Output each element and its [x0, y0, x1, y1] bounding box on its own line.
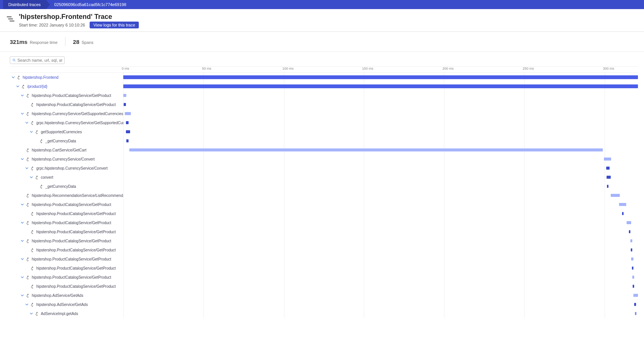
span-bar[interactable] — [634, 303, 636, 306]
span-tree-row[interactable]: hipstershop.ProductCatalogService/GetPro… — [10, 282, 123, 291]
trace-icon — [6, 14, 15, 23]
span-bar[interactable] — [633, 285, 634, 288]
timeline-row[interactable] — [123, 300, 638, 309]
timeline-row[interactable] — [123, 227, 638, 236]
span-bar[interactable] — [123, 94, 126, 97]
span-bar[interactable] — [622, 212, 624, 215]
breadcrumb: Distributed traces 025096096cd5a61cad5fc… — [0, 0, 644, 9]
span-tree-row[interactable]: hipstershop.AdService/GetAds — [10, 291, 123, 300]
timeline-row[interactable] — [123, 173, 638, 182]
span-tree-row[interactable]: hipstershop.CartService/GetCart — [10, 145, 123, 154]
timeline-row[interactable] — [123, 245, 638, 254]
timeline-row[interactable] — [123, 254, 638, 264]
span-bar[interactable] — [611, 194, 620, 197]
timeline-row[interactable] — [123, 136, 638, 145]
span-tree-row[interactable]: hipstershop.ProductCatalogService/GetPro… — [10, 200, 123, 209]
timeline-row[interactable] — [123, 100, 638, 109]
span-tree-row[interactable]: hipstershop.Frontend — [10, 73, 123, 82]
span-name: hipstershop.ProductCatalogService/GetPro… — [32, 94, 111, 98]
timeline-row[interactable] — [123, 236, 638, 245]
span-tree-row[interactable]: hipstershop.RecommendationService/ListRe… — [10, 191, 123, 200]
span-bar[interactable] — [631, 248, 632, 251]
timeline-row[interactable] — [123, 309, 638, 318]
span-bar[interactable] — [631, 257, 633, 261]
span-tree-row[interactable]: grpc.hipstershop.CurrencyService/GetSupp… — [10, 118, 123, 127]
span-bar[interactable] — [629, 230, 630, 233]
span-tree-row[interactable]: hipstershop.ProductCatalogService/GetPro… — [10, 100, 123, 109]
span-tree-row[interactable]: hipstershop.ProductCatalogService/GetPro… — [10, 245, 123, 254]
span-tree-row[interactable]: _getCurrencyData — [10, 136, 123, 145]
span-tree-row[interactable]: hipstershop.ProductCatalogService/GetPro… — [10, 264, 123, 273]
span-tree-row[interactable]: hipstershop.ProductCatalogService/GetPro… — [10, 209, 123, 218]
span-name: /product/{id} — [27, 84, 47, 89]
timeline-row[interactable] — [123, 73, 638, 82]
timeline-row[interactable] — [123, 118, 638, 127]
span-bar[interactable] — [630, 239, 632, 242]
timeline-row[interactable] — [123, 82, 638, 91]
span-tree-row[interactable]: hipstershop.ProductCatalogService/GetPro… — [10, 236, 123, 245]
span-bar[interactable] — [126, 139, 128, 142]
search-box[interactable] — [10, 56, 65, 64]
timeline-row[interactable] — [123, 182, 638, 191]
timeline-row[interactable] — [123, 273, 638, 282]
span-bar[interactable] — [129, 148, 603, 151]
timeline-row[interactable] — [123, 145, 638, 154]
span-bar[interactable] — [635, 312, 636, 315]
timeline-row[interactable] — [123, 191, 638, 200]
span-bar[interactable] — [632, 267, 633, 270]
breadcrumb-root[interactable]: Distributed traces — [3, 0, 46, 9]
span-tree-row[interactable]: hipstershop.ProductCatalogService/GetPro… — [10, 273, 123, 282]
span-tree-row[interactable]: hipstershop.AdService/GetAds — [10, 300, 123, 309]
span-bar[interactable] — [123, 84, 638, 88]
span-name: hipstershop.ProductCatalogService/GetPro… — [36, 266, 116, 270]
timeline-row[interactable] — [123, 154, 638, 164]
span-tree-row[interactable]: _getCurrencyData — [10, 182, 123, 191]
span-tree-row[interactable]: AdServiceImpl.getAds — [10, 309, 123, 318]
span-tree-row[interactable]: hipstershop.ProductCatalogService/GetPro… — [10, 227, 123, 236]
span-bar[interactable] — [633, 294, 638, 297]
view-logs-button[interactable]: View logs for this trace — [90, 22, 139, 28]
timeline-row[interactable] — [123, 91, 638, 100]
span-name: hipstershop.ProductCatalogService/GetPro… — [36, 284, 116, 289]
span-tree-row[interactable]: hipstershop.CurrencyService/GetSupported… — [10, 109, 123, 118]
span-name: grpc.hipstershop.CurrencyService/Convert — [36, 166, 107, 170]
span-bar[interactable] — [627, 221, 631, 224]
timeline-row[interactable] — [123, 200, 638, 209]
search-input[interactable] — [17, 58, 62, 62]
span-bar[interactable] — [126, 121, 129, 124]
span-tree-row[interactable]: hipstershop.ProductCatalogService/GetPro… — [10, 91, 123, 100]
span-tree-row[interactable]: getSupportedCurrencies — [10, 127, 123, 136]
axis-tick-label: 0 ms — [122, 67, 129, 70]
time-axis: 0 ms50 ms100 ms150 ms200 ms250 ms300 ms — [123, 67, 638, 73]
timeline-row[interactable] — [123, 218, 638, 227]
span-bar[interactable] — [607, 176, 611, 179]
span-bar[interactable] — [619, 203, 626, 206]
span-bar[interactable] — [606, 167, 610, 170]
span-bar[interactable] — [604, 158, 611, 161]
span-bar[interactable] — [125, 112, 131, 115]
timeline-row[interactable] — [123, 164, 638, 173]
span-name: hipstershop.Frontend — [23, 75, 59, 80]
span-bar[interactable] — [124, 103, 126, 106]
span-name: hipstershop.AdService/GetAds — [36, 303, 88, 307]
span-bar[interactable] — [632, 276, 634, 279]
timeline-row[interactable] — [123, 209, 638, 218]
span-tree-row[interactable]: hipstershop.ProductCatalogService/GetPro… — [10, 254, 123, 264]
span-bar[interactable] — [123, 75, 638, 79]
breadcrumb-trace-id[interactable]: 025096096cd5a61cad5fc1c774e69198 — [46, 0, 132, 9]
span-tree-row[interactable]: /product/{id} — [10, 82, 123, 91]
start-time-label: Start time: 2022 January 6 10:10:26 — [19, 23, 85, 27]
timeline-row[interactable] — [123, 109, 638, 118]
span-tree-row[interactable]: convert — [10, 173, 123, 182]
timeline-row[interactable] — [123, 127, 638, 136]
span-bar[interactable] — [126, 130, 130, 133]
span-name: hipstershop.ProductCatalogService/GetPro… — [36, 212, 116, 216]
summary-bar: 321ms Response time 28 Spans — [0, 32, 644, 52]
timeline-row[interactable] — [123, 264, 638, 273]
span-tree-row[interactable]: grpc.hipstershop.CurrencyService/Convert — [10, 164, 123, 173]
span-tree-row[interactable]: hipstershop.ProductCatalogService/GetPro… — [10, 218, 123, 227]
timeline-row[interactable] — [123, 291, 638, 300]
span-tree-row[interactable]: hipstershop.CurrencyService/Convert — [10, 154, 123, 164]
timeline-row[interactable] — [123, 282, 638, 291]
span-bar[interactable] — [607, 185, 608, 188]
